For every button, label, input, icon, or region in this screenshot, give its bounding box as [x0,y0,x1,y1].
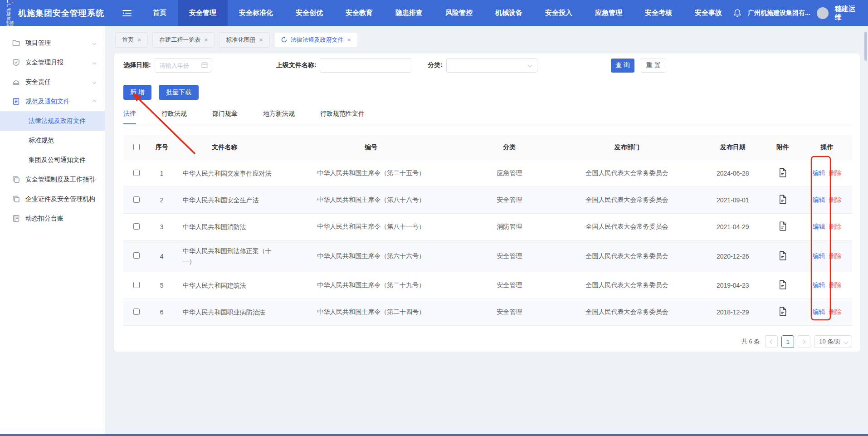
column-header: 编号 [275,135,467,160]
page-size-select[interactable]: 10 条/页 [814,335,852,348]
pdf-attachment-icon[interactable] [779,307,786,316]
table-row: 5 中华人民共和国建筑法 中华人民共和国主席令（第二十九号） 安全管理 全国人民… [123,272,852,299]
pdf-attachment-icon[interactable] [779,221,786,231]
calendar-icon [201,62,208,68]
sidebar-item-laws-and-government-documents[interactable]: 法律法规及政府文件 [0,111,105,131]
prev-page-button[interactable] [765,335,778,348]
table-row: 1 中华人民共和国突发事件应对法 中华人民共和国主席令（第二十五号） 应急管理 … [123,160,852,187]
sidebar-item-enterprise-certificates[interactable]: 企业证件及安全管理机构 [0,189,105,209]
nav-item-home[interactable]: 首页 [141,0,178,26]
company-logo: 广州建筑 机施集团 [6,0,15,29]
tab-department-rules[interactable]: 部门规章 [212,110,238,124]
parent-doc-input[interactable] [320,58,411,73]
refresh-icon [281,37,287,43]
category-select[interactable] [446,58,537,73]
chevron-down-icon [93,60,96,64]
select-all-checkbox[interactable] [133,144,140,150]
tab-administrative-regulations[interactable]: 行政法规 [161,110,187,124]
ledger-icon [12,215,20,222]
row-checkbox[interactable] [133,223,140,230]
edit-link[interactable]: 编辑 [813,223,825,230]
edit-link[interactable]: 编辑 [813,308,825,315]
main-area: 首页 × 在建工程一览表 × 标准化图册 × 法律法规及政府文件 × 选择日期: [105,26,868,434]
sidebar-item-regulations-and-notices[interactable]: 规范及通知文件 [0,92,105,111]
nav-item-safety-excellence[interactable]: 安全创优 [284,0,334,26]
nav-item-emergency-management[interactable]: 应急管理 [584,0,634,26]
edit-link[interactable]: 编辑 [813,196,825,203]
pdf-attachment-icon[interactable] [779,195,786,204]
logo-text-top: 广州建筑 [6,4,15,21]
nav-item-safety-management[interactable]: 安全管理 [178,0,228,26]
add-button[interactable]: 新 增 [123,85,151,100]
shield-check-icon [12,59,20,66]
sidebar-item-group-company-notices[interactable]: 集团及公司通知文件 [0,150,105,170]
batch-download-button[interactable]: 批量下载 [159,85,199,100]
logo-mark-icon [7,0,13,3]
chevron-down-icon [528,63,532,68]
content-card: 选择日期: 上级文件名称: 分类: 查 询 重 置 新 增 批量下载 法律 [114,54,860,352]
row-checkbox[interactable] [133,196,140,203]
delete-link[interactable]: 删除 [829,169,842,176]
row-checkbox[interactable] [133,282,140,288]
notification-bell-button[interactable] [733,9,741,17]
pdf-attachment-icon[interactable] [779,168,786,177]
alarm-dome-icon [12,78,20,86]
pagination: 共 6 条 1 10 条/页 [123,335,852,348]
nav-item-safety-assessment[interactable]: 安全考核 [634,0,683,26]
tab-laws[interactable]: 法律 [123,110,136,124]
close-tab-icon[interactable]: × [204,37,208,43]
user-name[interactable]: 穗建运维 [835,5,861,22]
view-tab-standard-atlas[interactable]: 标准化图册 × [219,32,269,48]
close-tab-icon[interactable]: × [259,37,263,43]
reset-button[interactable]: 重 置 [641,59,666,73]
edit-link[interactable]: 编辑 [813,169,825,176]
current-page-button[interactable]: 1 [781,335,794,348]
row-checkbox[interactable] [133,170,140,176]
row-checkbox[interactable] [133,252,140,259]
chevron-up-icon [93,99,96,103]
pdf-attachment-icon[interactable] [779,251,786,260]
user-avatar[interactable] [817,7,829,19]
close-tab-icon[interactable]: × [347,37,351,43]
nav-item-risk-control[interactable]: 风险管控 [434,0,484,26]
edit-link[interactable]: 编辑 [813,252,825,260]
column-header: 序号 [150,135,174,160]
nav-item-safety-standardization[interactable]: 安全标准化 [228,0,284,26]
nav-item-safety-accident[interactable]: 安全事故 [683,0,733,26]
sidebar-item-standards[interactable]: 标准规范 [0,131,105,150]
nav-item-safety-education[interactable]: 安全教育 [334,0,384,26]
top-nav: 首页 安全管理 安全标准化 安全创优 安全教育 隐患排查 风险管控 机械设备 安… [141,0,733,26]
chevron-down-icon [93,41,96,44]
chevron-down-icon [844,340,848,344]
sidebar-item-project-management[interactable]: 项目管理 [0,33,105,53]
tab-administrative-normative-documents[interactable]: 行政规范性文件 [320,110,365,124]
column-header: 附件 [764,135,802,160]
sidebar-item-dynamic-deduction-ledger[interactable]: 动态扣分台账 [0,209,105,228]
company-name[interactable]: 广州机施建设集团有... [748,9,810,17]
delete-link[interactable]: 删除 [829,281,842,289]
sidebar-item-safety-system-guidelines[interactable]: 安全管理制度及工作指引 [0,170,105,189]
sidebar-item-safety-responsibility[interactable]: 安全责任 [0,72,105,92]
scrollbar-thumb[interactable] [864,32,867,61]
nav-item-machinery[interactable]: 机械设备 [484,0,534,26]
view-tab-strip: 首页 × 在建工程一览表 × 标准化图册 × 法律法规及政府文件 × [105,26,868,54]
nav-item-safety-investment[interactable]: 安全投入 [534,0,584,26]
row-checkbox[interactable] [133,309,140,315]
delete-link[interactable]: 删除 [829,252,842,260]
search-button[interactable]: 查 询 [611,59,634,73]
delete-link[interactable]: 删除 [829,223,842,230]
table-header-row: 序号 文件名称 编号 分类 发布部门 发布日期 附件 操作 [123,135,852,160]
tab-local-regulations[interactable]: 地方新法规 [263,110,295,124]
pdf-attachment-icon[interactable] [779,280,786,289]
delete-link[interactable]: 删除 [829,196,842,203]
view-tab-home[interactable]: 首页 × [115,32,148,48]
view-tab-laws-documents[interactable]: 法律法规及政府文件 × [274,32,358,48]
close-tab-icon[interactable]: × [137,37,141,43]
delete-link[interactable]: 删除 [829,308,842,315]
edit-link[interactable]: 编辑 [813,281,825,289]
collapse-sidebar-button[interactable] [104,0,141,26]
next-page-button[interactable] [798,335,810,348]
sidebar-item-safety-monthly-report[interactable]: 安全管理月报 [0,53,105,72]
view-tab-projects-list[interactable]: 在建工程一览表 × [152,32,215,48]
nav-item-hazard-inspection[interactable]: 隐患排查 [384,0,434,26]
